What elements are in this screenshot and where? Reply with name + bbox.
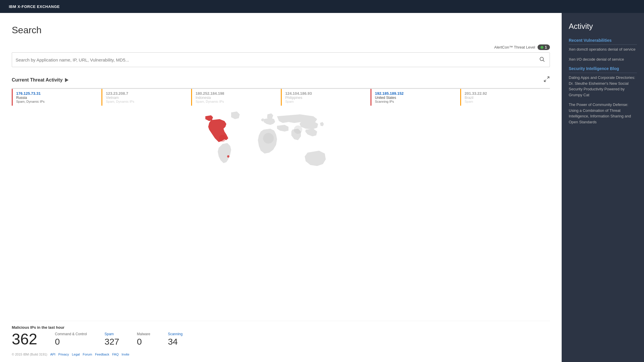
blog-item-1[interactable]: Dating Apps and Corporate Directories: D…	[569, 75, 637, 98]
command-control-label: Command & Control	[55, 332, 87, 336]
main-content: Search AlertCon™ Threat Level 1 Current …	[0, 13, 562, 362]
footer-link-faq[interactable]: FAQ	[112, 353, 119, 356]
svg-point-7	[227, 155, 229, 158]
copyright: © 2015 IBM (Build 3191)	[12, 353, 47, 356]
stats-row: 362 Command & Control 0 Spam 327 Malware…	[12, 331, 550, 347]
alertcon-row: AlertCon™ Threat Level 1	[12, 44, 550, 50]
threat-type: Spam	[285, 100, 365, 103]
expand-arrows-icon	[543, 76, 550, 82]
search-input[interactable]	[16, 57, 538, 62]
footer-link-forum[interactable]: Forum	[83, 353, 92, 356]
threat-ip: 123.23.208.7	[106, 91, 185, 96]
threat-card-5[interactable]: 201.33.22.92 Brazil Spam	[460, 89, 548, 106]
bottom-stats: Malicious IPs in the last hour 362 Comma…	[12, 321, 550, 347]
threat-country: United States	[375, 96, 454, 100]
spam-label: Spam	[104, 332, 114, 336]
threat-cards-container: 176.125.73.31 Russia Spam, Dynamic IPs 1…	[12, 88, 550, 106]
threat-country: Vietnam	[106, 96, 185, 100]
malware-label: Malware	[137, 332, 150, 336]
threat-title-row: Current Threat Activity	[12, 77, 69, 83]
svg-point-0	[540, 57, 543, 61]
threat-type: Spam, Dynamic IPs	[16, 100, 96, 103]
spam-value: 327	[104, 337, 119, 347]
right-sidebar: Activity Recent Vulnerabilities Xen domc…	[562, 13, 644, 362]
search-box-container[interactable]	[12, 52, 550, 67]
scanning-stat: Scanning 34	[168, 332, 183, 347]
threat-type: Spam	[465, 100, 544, 103]
threat-country: Philippines	[285, 96, 365, 100]
page-title: Search	[12, 25, 550, 36]
threat-type: Spam, Dynamic IPs	[106, 100, 185, 103]
threat-activity-title: Current Threat Activity	[12, 77, 63, 83]
main-layout: Search AlertCon™ Threat Level 1 Current …	[0, 13, 644, 362]
malicious-label: Malicious IPs in the last hour	[12, 325, 550, 330]
threat-card-4[interactable]: 192.185.189.152 United States Scanning I…	[371, 89, 458, 106]
scanning-value: 34	[168, 337, 178, 347]
top-navigation: IBM X-FORCE EXCHANGE	[0, 0, 644, 13]
activity-title: Activity	[569, 22, 637, 31]
footer-link-api[interactable]: API	[50, 353, 56, 356]
alertcon-indicator	[540, 46, 543, 49]
total-malicious-count: 362	[12, 331, 37, 347]
threat-card-2[interactable]: 180.252.184.198 Indonesia Spam, Dynamic …	[191, 89, 278, 106]
footer-link-feedback[interactable]: Feedback	[95, 353, 109, 356]
blog-title: Security Intelligence Blog	[569, 66, 637, 73]
spam-stat: Spam 327	[104, 332, 119, 347]
footer-link-privacy[interactable]: Privacy	[58, 353, 69, 356]
threat-card-3[interactable]: 124.104.186.93 Philippines Spam	[281, 89, 368, 106]
svg-line-1	[543, 60, 545, 62]
threat-ip: 201.33.22.92	[465, 91, 544, 96]
play-button[interactable]	[65, 78, 69, 82]
threat-ip: 124.104.186.93	[285, 91, 365, 96]
threat-ip: 192.185.189.152	[375, 91, 454, 96]
recent-vuln-title: Recent Vulnerabilities	[569, 38, 637, 45]
svg-point-5	[263, 133, 274, 144]
blog-item-2[interactable]: The Power of Community Defense: Using a …	[569, 102, 637, 125]
svg-line-2	[547, 77, 549, 79]
alertcon-label: AlertCon™ Threat Level	[494, 45, 535, 49]
threat-type: Scanning IPs	[375, 100, 454, 103]
search-button[interactable]	[538, 55, 546, 65]
svg-point-4	[219, 135, 226, 142]
command-control-stat: Command & Control 0	[55, 332, 87, 347]
footer-link-invite[interactable]: Invite	[121, 353, 129, 356]
world-map-container	[12, 109, 550, 317]
threat-card-0[interactable]: 176.125.73.31 Russia Spam, Dynamic IPs	[12, 89, 99, 106]
threat-country: Russia	[16, 96, 96, 100]
threat-type: Spam, Dynamic IPs	[196, 100, 275, 103]
svg-point-6	[294, 125, 302, 134]
world-map	[12, 109, 550, 185]
command-control-value: 0	[55, 337, 60, 347]
threat-ip: 176.125.73.31	[16, 91, 96, 96]
threat-country: Brazil	[465, 96, 544, 100]
malware-value: 0	[137, 337, 142, 347]
threat-activity-header: Current Threat Activity	[12, 76, 550, 84]
threat-ip: 180.252.184.198	[196, 91, 275, 96]
threat-country: Indonesia	[196, 96, 275, 100]
footer-link-legal[interactable]: Legal	[72, 353, 80, 356]
scanning-label: Scanning	[168, 332, 183, 336]
malware-stat: Malware 0	[137, 332, 150, 347]
app-title: IBM X-FORCE EXCHANGE	[9, 4, 60, 9]
page-footer: © 2015 IBM (Build 3191) APIPrivacyLegalF…	[12, 353, 550, 356]
threat-card-1[interactable]: 123.23.208.7 Vietnam Spam, Dynamic IPs	[101, 89, 189, 106]
alertcon-level: 1	[545, 45, 547, 49]
expand-icon[interactable]	[543, 76, 550, 84]
vuln-item-2[interactable]: Xen I/O decode denial of service	[569, 57, 637, 62]
alertcon-badge: 1	[538, 44, 550, 50]
svg-line-3	[544, 80, 546, 82]
search-icon	[539, 56, 545, 62]
vuln-item-1[interactable]: Xen domctl operations denial of service	[569, 47, 637, 52]
